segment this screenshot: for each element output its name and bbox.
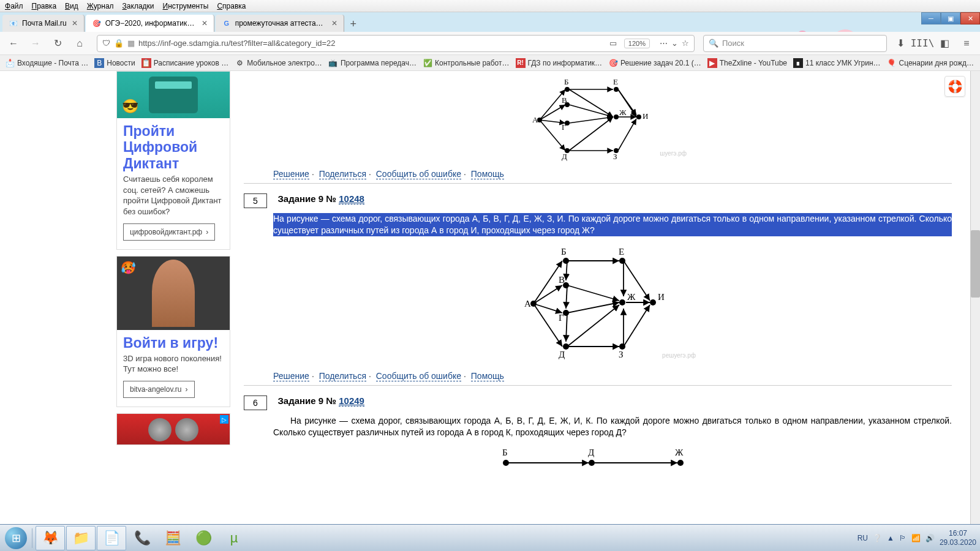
tray-chevron-icon[interactable]: ▲ [887,534,894,542]
lock-icon: 🔒 [114,39,124,48]
chrome-taskbar-icon[interactable]: 🟢 [189,526,218,550]
back-button[interactable]: ← [5,35,22,52]
start-button[interactable] [2,525,29,552]
bookmark-item[interactable]: ⚙Мобильное электро… [235,58,322,68]
menu-edit[interactable]: Правка [32,2,57,10]
svg-text:З: З [613,152,617,161]
svg-text:Ж: Ж [619,108,627,117]
task-id-link[interactable]: 10249 [339,395,364,407]
schedule-icon: 📋 [141,58,151,68]
svg-text:Е: Е [619,247,624,257]
share-link[interactable]: Поделиться [319,371,366,381]
menu-bookmarks[interactable]: Закладки [123,2,154,10]
explorer-taskbar-icon[interactable]: 📁 [66,526,96,550]
help-link[interactable]: Помощь [471,371,504,381]
task-id-link[interactable]: 10248 [339,193,364,204]
vertical-scrollbar[interactable] [970,71,980,524]
tray-clock[interactable]: 16:07 29.03.2020 [940,529,976,547]
bookmark-item[interactable]: BНовости [94,58,135,68]
task-text[interactable]: На рисунке — схема дорог, связывающих го… [273,213,952,236]
bookmark-label: Сценарии дня рожд… [899,59,974,67]
close-icon[interactable]: ✕ [331,19,337,28]
calc-taskbar-icon[interactable]: 🧮 [158,526,187,550]
ad-block[interactable]: Пройти Цифровой Диктант Считаешь себя ко… [116,71,230,250]
tab-sdamgia[interactable]: 🎯 ОГЭ−2020, информатика: задания,… ✕ [86,15,214,32]
svg-point-73 [589,460,595,466]
solution-link[interactable]: Решение [273,371,309,381]
bookmark-item[interactable]: 🎯Решение задач 20.1 (… [608,58,701,68]
svg-line-41 [567,285,619,301]
star-icon[interactable]: ☆ [682,39,689,48]
tab-google[interactable]: G промежуточная аттестация 9 класс… ✕ [216,15,344,32]
forward-button[interactable]: → [27,35,44,52]
close-icon[interactable]: ✕ [202,19,208,28]
volume-tray-icon[interactable]: 🔊 [925,534,935,542]
share-link[interactable]: Поделиться [319,169,366,179]
more-icon[interactable]: ⋯ [660,39,668,48]
home-button[interactable]: ⌂ [71,35,88,52]
library-button[interactable]: III\ [914,35,931,52]
reload-button[interactable]: ↻ [49,35,66,52]
close-icon[interactable]: ✕ [72,19,78,28]
svg-line-36 [533,285,562,304]
bookmark-item[interactable]: 📩Входящие - Почта … [5,58,88,68]
svg-point-52 [530,301,537,307]
solution-link[interactable]: Решение [273,169,309,179]
bookmark-item[interactable]: R!ГДЗ по информатик… [516,58,603,68]
flag-tray-icon[interactable]: 🏳 [899,534,907,542]
url-input[interactable]: 🛡 🔒 ▦ https://inf-oge.sdamgia.ru/test?fi… [97,35,695,52]
url-text: https://inf-oge.sdamgia.ru/test?filter=a… [138,39,606,48]
bookmark-label: 11 класс УМК Угрин… [805,59,880,67]
svg-line-10 [569,89,613,117]
search-input[interactable]: 🔍 Поиск [703,35,887,52]
bookmark-item[interactable]: 📺Программа передач… [328,58,417,68]
reader-icon[interactable]: ▭ [609,39,617,48]
pocket-icon[interactable]: ⌄ [671,39,678,48]
bookmark-item[interactable]: ✅Контрольные работ… [423,58,510,68]
menu-history[interactable]: Журнал [87,2,114,10]
menu-file[interactable]: Файл [5,2,23,10]
menu-view[interactable]: Вид [65,2,78,10]
help-tray-icon[interactable]: ❔ [873,534,882,542]
ad-link-button[interactable]: цифровойдиктант.рф› [123,223,215,241]
ad-link-button[interactable]: bitva-angelov.ru› [123,381,195,398]
maximize-button[interactable]: ▣ [941,12,960,24]
tab-label: промежуточная аттестация 9 класс… [235,19,326,28]
adchoices-icon[interactable]: ▷ [220,415,228,424]
tab-mailru[interactable]: 📧 Почта Mail.ru ✕ [2,15,85,32]
bookmark-label: Входящие - Почта … [17,59,88,67]
menu-tools[interactable]: Инструменты [163,2,209,10]
help-link[interactable]: Помощь [471,169,504,179]
zoom-level[interactable]: 120% [624,39,650,48]
report-error-link[interactable]: Сообщить об ошибке [376,169,461,179]
search-placeholder: Поиск [722,39,744,48]
hamburger-button[interactable]: ≡ [958,35,975,52]
utorrent-taskbar-icon[interactable]: µ [219,526,249,550]
svg-line-38 [533,304,562,347]
tray-lang[interactable]: RU [858,534,868,542]
minimize-button[interactable]: ─ [921,12,941,24]
task-item: АБВГДЕЖЗИ шуегэ.рф Решение· Поделиться· … [244,77,952,183]
firefox-taskbar-icon[interactable]: 🦊 [36,526,65,550]
report-error-link[interactable]: Сообщить об ошибке [376,371,461,381]
scrollbar-thumb[interactable] [971,230,980,298]
task-number: 6 [244,395,267,410]
bookmark-item[interactable]: ∎11 класс УМК Угрин… [793,58,880,68]
windows-taskbar: 🦊 📁 📄 📞 🧮 🟢 µ RU ❔ ▲ 🏳 📶 🔊 16:07 29.03.2… [0,524,980,551]
downloads-button[interactable]: ⬇ [892,35,909,52]
menu-help[interactable]: Справка [217,2,246,10]
network-tray-icon[interactable]: 📶 [911,534,921,542]
new-tab-button[interactable]: + [345,16,361,32]
bookmark-item[interactable]: ▶TheZxline - YouTube [707,58,787,68]
close-window-button[interactable]: ✕ [960,12,980,24]
bookmark-item[interactable]: 📋Расписание уроков … [141,58,228,68]
word-taskbar-icon[interactable]: 📄 [97,526,126,550]
viber-taskbar-icon[interactable]: 📞 [127,526,157,550]
sidebar-button[interactable]: ◧ [936,35,953,52]
bookmark-item[interactable]: 🎈Сценарии дня рожд… [887,58,974,68]
bookmark-label: Новости [107,59,135,67]
book-icon: ∎ [793,58,803,68]
ad-block[interactable]: ✕ Войти в иг­ру! 3D игра нового поколе­н… [116,256,230,408]
search-icon: 🔍 [709,39,718,48]
ad-block[interactable]: ▷ [116,413,230,445]
